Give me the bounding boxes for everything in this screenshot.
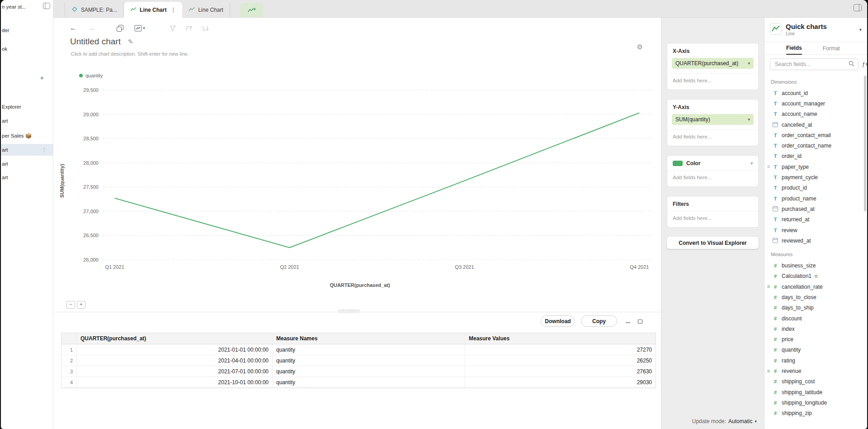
new-chart-tab-button[interactable]: [240, 3, 264, 17]
duplicate-icon[interactable]: [114, 22, 126, 34]
update-mode-label: Update mode:: [692, 418, 726, 424]
add-calculated-field-icon[interactable]: ƒ+: [862, 61, 867, 67]
search-input[interactable]: [774, 61, 846, 68]
sidebar-item[interactable]: art: [1, 115, 53, 127]
add-page-button[interactable]: +: [40, 74, 44, 81]
chevron-down-icon[interactable]: ▾: [748, 61, 750, 66]
field-item[interactable]: #business_size: [764, 260, 867, 271]
field-item[interactable]: #shipping_latitude: [764, 387, 867, 397]
formula-icon: =: [767, 164, 770, 169]
field-item[interactable]: =Tpaper_type: [764, 162, 867, 172]
sidebar-item[interactable]: art: [1, 172, 53, 183]
field-item[interactable]: #quantity: [764, 345, 867, 355]
tab-menu-icon[interactable]: ⋮: [170, 7, 176, 13]
field-item[interactable]: Tpayment_cycle: [764, 172, 867, 182]
sidebar-item[interactable]: ok: [1, 43, 53, 55]
chart-settings-gear-icon[interactable]: ⚙: [637, 43, 643, 51]
field-item[interactable]: #days_to_close: [764, 292, 867, 302]
tab-line-chart-2[interactable]: Line Chart: [182, 2, 230, 17]
field-item[interactable]: #Calculation1⚙: [764, 271, 867, 281]
search-fields-box[interactable]: [770, 58, 859, 70]
field-item[interactable]: #rating: [764, 355, 867, 366]
convert-to-visual-explorer-button[interactable]: Convert to Visual Explorer: [667, 237, 759, 249]
sidebar-item[interactable]: art: [1, 158, 53, 170]
line-chart-icon: [130, 7, 137, 13]
field-item[interactable]: #shipping_zip: [764, 408, 867, 419]
collapse-panel-icon[interactable]: [854, 4, 862, 13]
table-header-row: QUARTER(purchased_at) Measure Names Meas…: [61, 333, 656, 344]
color-dropzone[interactable]: Add fields here...: [667, 170, 758, 186]
chevron-down-icon[interactable]: ▾: [750, 161, 753, 166]
tab-sample-page[interactable]: SAMPLE: Pa...: [65, 2, 124, 17]
field-item[interactable]: #discount: [764, 313, 867, 324]
y-axis-dropzone[interactable]: Add fields here...: [667, 129, 758, 146]
field-item[interactable]: Torder_id: [764, 151, 867, 162]
field-item[interactable]: Taccount_manager: [764, 98, 867, 109]
color-swatch[interactable]: [673, 161, 683, 166]
chart-config-panel: X-Axis QUARTER(purchased_at) ▾ Add field…: [661, 18, 764, 429]
expand-results-icon[interactable]: [636, 317, 644, 325]
field-item[interactable]: reviewed_at: [764, 235, 867, 246]
copy-button[interactable]: Copy: [581, 315, 617, 327]
field-item[interactable]: #shipping_longitude: [764, 397, 867, 408]
calculation-settings-icon[interactable]: ⚙: [814, 274, 818, 279]
text-type-icon: T: [772, 143, 778, 148]
field-item[interactable]: Taccount_id: [764, 88, 867, 98]
field-item[interactable]: Treview: [764, 225, 867, 235]
edit-title-icon[interactable]: ✎: [128, 38, 133, 45]
field-item[interactable]: Tproduct_id: [764, 183, 867, 193]
field-item[interactable]: #shipping_cost: [764, 377, 867, 387]
x-axis-field-pill[interactable]: QUARTER(purchased_at) ▾: [672, 58, 754, 69]
y-axis-field-pill[interactable]: SUM(quantity) ▾: [672, 114, 754, 125]
table-row[interactable]: 2 2021-04-01 00:00:00 quantity 26250: [61, 355, 656, 366]
field-item[interactable]: #days_to_ship: [764, 303, 867, 313]
chart-title-row[interactable]: Untitled chart ✎: [70, 37, 133, 47]
tab-format[interactable]: Format: [823, 45, 840, 54]
field-item[interactable]: #index: [764, 324, 867, 334]
column-header[interactable]: Measure Values: [465, 333, 656, 344]
field-item[interactable]: Taccount_name: [764, 109, 867, 119]
chart-description-placeholder[interactable]: Click to add chart description. Shift-en…: [71, 51, 189, 57]
field-item[interactable]: purchased_at: [764, 204, 867, 214]
field-item[interactable]: #price: [764, 334, 867, 345]
kebab-menu-icon[interactable]: ⋮: [42, 147, 47, 153]
sidebar-item-explorer[interactable]: Explorer: [1, 101, 53, 113]
collapse-results-icon[interactable]: [624, 317, 632, 325]
back-button[interactable]: ←: [67, 22, 79, 34]
field-item[interactable]: =#revenue: [764, 366, 867, 376]
chevron-down-icon[interactable]: ▾: [859, 27, 862, 32]
table-row[interactable]: 1 2021-01-01 00:00:00 quantity 27270: [61, 344, 656, 355]
field-item[interactable]: cancelled_at: [764, 119, 867, 130]
tab-line-chart-active[interactable]: Line Chart ⋮: [124, 2, 182, 18]
field-item[interactable]: Torder_contact_name: [764, 140, 867, 151]
update-mode-value[interactable]: Automatic: [728, 418, 752, 424]
table-row[interactable]: 4 2021-10-01 00:00:00 quantity 29030: [61, 377, 656, 388]
sidebar-item-selected[interactable]: art ⋮: [1, 144, 53, 156]
tab-fields[interactable]: Fields: [786, 45, 802, 55]
sidebar-toggle-icon[interactable]: [43, 3, 50, 11]
field-item[interactable]: Torder_contact_email: [764, 130, 867, 140]
chart-type-dropdown[interactable]: ▾: [131, 22, 148, 34]
column-header[interactable]: QUARTER(purchased_at): [77, 333, 273, 344]
field-item[interactable]: =#cancellation_rate: [764, 281, 867, 292]
sidebar-item[interactable]: per Sales 📦: [1, 130, 53, 142]
table-row[interactable]: 3 2021-07-01 00:00:00 quantity 27630: [61, 366, 656, 377]
download-button[interactable]: Download: [541, 315, 575, 327]
date-type-icon: [772, 206, 778, 212]
line-chart-plot[interactable]: 26,00026,50027,00027,50028,00028,50029,0…: [64, 86, 656, 288]
field-item[interactable]: Tproduct_name: [764, 193, 867, 204]
resize-handle[interactable]: ·····: [338, 309, 360, 313]
search-icon[interactable]: [849, 60, 854, 68]
sidebar-item[interactable]: der: [1, 24, 53, 36]
chevron-down-icon[interactable]: ▾: [755, 419, 757, 424]
scrollbar-thumb[interactable]: [864, 76, 866, 211]
zoom-in-button[interactable]: +: [77, 301, 85, 309]
column-header[interactable]: Measure Names: [273, 333, 465, 344]
forward-button[interactable]: →: [86, 22, 98, 34]
chevron-down-icon[interactable]: ▾: [748, 117, 750, 122]
x-axis-dropzone[interactable]: Add fields here...: [667, 73, 758, 90]
field-item[interactable]: Treturned_at: [764, 214, 867, 225]
filters-dropzone[interactable]: Add fields here...: [667, 211, 758, 227]
zoom-out-button[interactable]: −: [66, 301, 75, 309]
quick-charts-header[interactable]: Quick charts Line ▾: [764, 18, 867, 42]
